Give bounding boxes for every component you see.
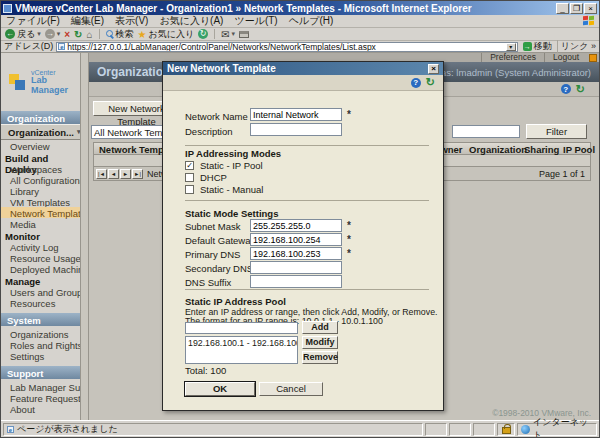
sidebar-item[interactable]: Organization... ▾	[1, 124, 80, 140]
dialog-close-icon[interactable]: ×	[428, 64, 439, 74]
sidebar-item[interactable]: Monitor ▾	[1, 229, 80, 241]
field-input[interactable]	[250, 275, 342, 288]
sidebar-item[interactable]: VM Templates ▾	[1, 196, 80, 207]
checkbox[interactable]: ✓	[185, 161, 194, 170]
back-dropdown-icon[interactable]: ▾	[37, 30, 41, 38]
favorites-button[interactable]: ★ お気に入り	[138, 28, 195, 41]
sidebar-item[interactable]: All Configurations ▾	[1, 174, 80, 185]
description-input[interactable]	[250, 123, 342, 136]
dialog-help-icon[interactable]: ?	[411, 78, 421, 88]
history-button[interactable]: ↻	[198, 29, 208, 39]
sidebar-item[interactable]: Build and Deploy ▾	[1, 151, 80, 163]
pager-button[interactable]: ►|	[132, 169, 143, 179]
ok-button[interactable]: OK	[185, 382, 255, 396]
network-name-input[interactable]	[250, 108, 342, 121]
sidebar-item[interactable]: Library ▾	[1, 185, 80, 196]
status-message-pane: e ページが表示されました	[3, 423, 423, 436]
ip-pool-listbox[interactable]: 192.168.100.1 - 192.168.100.100	[185, 336, 298, 364]
mail-dropdown-icon[interactable]: ▾	[232, 30, 236, 38]
field-input[interactable]	[250, 247, 342, 260]
menu-item[interactable]: お気に入り(A)	[159, 14, 223, 28]
menu-item[interactable]: 表示(V)	[115, 14, 148, 28]
windows-logo-icon	[582, 15, 596, 26]
forward-button[interactable]: → ▾	[45, 29, 61, 39]
address-field[interactable]: e https://127.0.0.1/LabManager/ControlPa…	[56, 42, 518, 52]
sidebar-item[interactable]: Manage ▾	[1, 274, 80, 286]
close-button[interactable]: ×	[584, 3, 597, 14]
lock-icon	[502, 427, 511, 434]
links-menu[interactable]: リンク »	[557, 40, 596, 53]
menu-item[interactable]: 編集(E)	[71, 14, 104, 28]
table-column-header[interactable]: IP Pool	[563, 144, 595, 155]
dialog-refresh-icon[interactable]: ↻	[426, 76, 435, 89]
refresh-button[interactable]: ↻	[74, 29, 82, 40]
logout-link[interactable]: Logout	[544, 53, 587, 62]
sidebar-item[interactable]: Overview ▾	[1, 140, 80, 151]
sidebar-item[interactable]: System ▾	[1, 313, 80, 326]
field-input[interactable]	[250, 219, 342, 232]
table-column-header[interactable]: Organization	[469, 144, 527, 155]
sidebar-item[interactable]: About ▾	[1, 403, 80, 414]
sidebar-item[interactable]: Deployed Machines ▾	[1, 263, 80, 274]
forward-dropdown-icon[interactable]: ▾	[57, 30, 61, 38]
collapse-icon[interactable]	[589, 54, 597, 62]
ip-range-input[interactable]	[185, 322, 298, 334]
sidebar-item[interactable]: Resource Usage ▾	[1, 252, 80, 263]
preferences-link[interactable]: Preferences	[481, 53, 544, 62]
sidebar-item[interactable]: Roles and Rights ▾	[1, 339, 80, 350]
sidebar-item[interactable]: Organizations ▾	[1, 328, 80, 339]
mail-button[interactable]: ✉ ▾	[221, 29, 235, 40]
address-url[interactable]: https://127.0.0.1/LabManager/ControlPane…	[67, 42, 504, 52]
sidebar-item[interactable]: Organization ▾	[1, 111, 80, 124]
search-button[interactable]: 検索	[106, 28, 134, 41]
modify-button[interactable]: Modify	[302, 336, 338, 349]
table-column-header[interactable]: Sharing	[524, 144, 559, 155]
menu-item[interactable]: ファイル(F)	[6, 14, 60, 28]
checkbox[interactable]	[185, 185, 194, 194]
status-bar: e ページが表示されました インターネット	[1, 420, 599, 437]
go-button[interactable]: → 移動	[521, 40, 554, 53]
minimize-button[interactable]: _	[556, 3, 569, 14]
sidebar-item[interactable]: Workspaces ▾	[1, 163, 80, 174]
dialog-titlebar[interactable]: New Network Template ×	[163, 62, 443, 75]
sidebar-item[interactable]: Settings ▾	[1, 350, 80, 361]
restore-button[interactable]: ❐	[570, 3, 583, 14]
status-pane	[449, 423, 471, 436]
status-pane	[497, 423, 515, 436]
cancel-button[interactable]: Cancel	[259, 382, 323, 396]
remove-button[interactable]: Remove	[302, 351, 338, 364]
back-button[interactable]: ← 戻る ▾	[5, 28, 41, 41]
field-input[interactable]	[250, 261, 342, 274]
sidebar-splitter[interactable]	[80, 53, 89, 420]
sidebar-item[interactable]: Activity Log ▾	[1, 241, 80, 252]
browser-toolbar: ← 戻る ▾ → ▾ × ↻ ⌂ 検索 ★ お気に入り ↻ ✉ ▾	[1, 28, 599, 41]
sidebar-item[interactable]: Resources ▾	[1, 297, 80, 308]
stop-button[interactable]: ×	[64, 29, 70, 40]
pager-button[interactable]: |◄	[96, 169, 107, 179]
filter-button[interactable]: Filter	[526, 124, 587, 139]
ip-pool-list-item[interactable]: 192.168.100.1 - 192.168.100.100	[186, 337, 297, 349]
address-dropdown-icon[interactable]: ▾	[506, 43, 516, 51]
app-logo: vCenter Lab Manager	[1, 53, 80, 111]
menu-item[interactable]: ヘルプ(H)	[289, 14, 334, 28]
field-input[interactable]	[250, 233, 342, 246]
home-button[interactable]: ⌂	[86, 29, 92, 40]
menu-item[interactable]: ツール(T)	[234, 14, 277, 28]
sidebar-item[interactable]: Users and Groups ▾	[1, 286, 80, 297]
pager-button[interactable]: ◄	[108, 169, 119, 179]
mail-icon: ✉	[221, 29, 229, 40]
sidebar-item[interactable]: Support ▾	[1, 366, 80, 379]
page-refresh-icon[interactable]: ↻	[576, 83, 585, 96]
filter-input[interactable]	[452, 125, 520, 138]
required-asterisk: *	[347, 234, 351, 245]
add-button[interactable]: Add	[302, 321, 338, 334]
checkbox[interactable]	[185, 173, 194, 182]
pager-button[interactable]: ►	[120, 169, 131, 179]
sidebar-item[interactable]: Feature Request ▾	[1, 392, 80, 403]
help-icon[interactable]: ?	[561, 84, 571, 94]
print-button[interactable]	[239, 31, 249, 38]
sidebar-item[interactable]: Lab Manager Support ▾	[1, 381, 80, 392]
sidebar-item[interactable]: Network Templates ▾	[1, 207, 80, 218]
sidebar-item[interactable]: Media ▾	[1, 218, 80, 229]
status-page-icon: e	[7, 426, 14, 433]
